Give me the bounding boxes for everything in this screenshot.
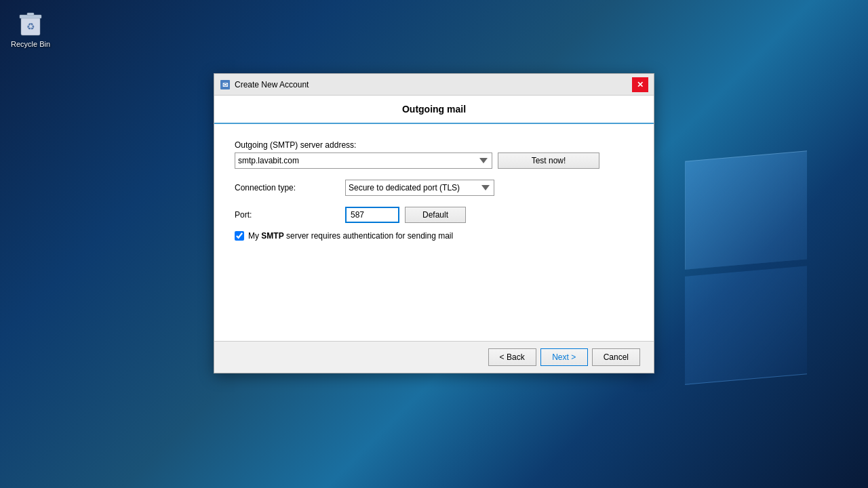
- connection-group: Connection type: Secure to dedicated por…: [235, 180, 633, 196]
- title-bar-text: Create New Account: [235, 80, 632, 89]
- dialog-footer: < Back Next > Cancel: [214, 341, 654, 373]
- title-bar: ✉ Create New Account ✕: [214, 74, 654, 96]
- close-button[interactable]: ✕: [632, 77, 648, 92]
- connection-type-select[interactable]: Secure to dedicated port (TLS) None STAR…: [345, 180, 494, 196]
- port-label: Port:: [235, 210, 340, 220]
- smtp-input[interactable]: smtp.lavabit.com: [235, 152, 492, 169]
- smtp-auth-checkbox-row: My SMTP server requires authentication f…: [235, 231, 633, 241]
- next-button[interactable]: Next >: [540, 348, 588, 366]
- smtp-bold: SMTP: [261, 231, 283, 241]
- smtp-group: Outgoing (SMTP) server address: smtp.lav…: [235, 140, 633, 169]
- smtp-row: smtp.lavabit.com Test now!: [235, 152, 633, 169]
- port-group: Port: Default: [235, 207, 633, 223]
- dialog-content: Outgoing (SMTP) server address: smtp.lav…: [214, 124, 654, 341]
- desktop: ♻ Recycle Bin ✉ Create New Account ✕ Out…: [0, 0, 868, 488]
- svg-text:✉: ✉: [222, 81, 229, 89]
- dialog-header: Outgoing mail: [214, 96, 654, 124]
- test-now-button[interactable]: Test now!: [498, 152, 599, 169]
- default-button[interactable]: Default: [405, 207, 466, 223]
- dialog: ✉ Create New Account ✕ Outgoing mail Out…: [214, 73, 654, 373]
- smtp-auth-label: My SMTP server requires authentication f…: [248, 231, 453, 241]
- dialog-header-title: Outgoing mail: [402, 104, 466, 115]
- smtp-label: Outgoing (SMTP) server address:: [235, 140, 633, 150]
- cancel-button[interactable]: Cancel: [592, 348, 640, 366]
- modal-overlay: ✉ Create New Account ✕ Outgoing mail Out…: [0, 0, 868, 488]
- port-input[interactable]: [345, 207, 399, 223]
- back-button[interactable]: < Back: [488, 348, 536, 366]
- dialog-icon: ✉: [220, 79, 231, 90]
- smtp-auth-checkbox[interactable]: [235, 231, 244, 241]
- connection-label: Connection type:: [235, 183, 340, 192]
